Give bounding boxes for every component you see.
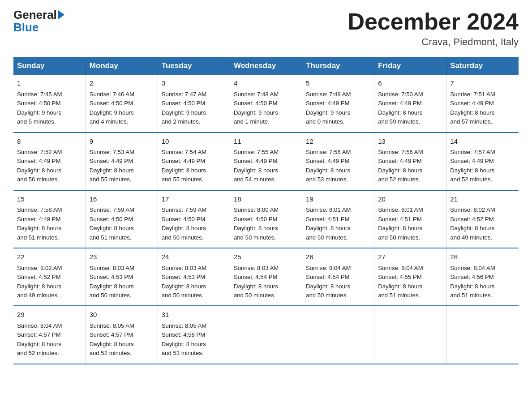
calendar-cell bbox=[446, 306, 519, 364]
calendar-cell: 29 Sunrise: 8:04 AMSunset: 4:57 PMDaylig… bbox=[13, 306, 86, 364]
day-number: 12 bbox=[306, 137, 370, 147]
calendar-cell: 3 Sunrise: 7:47 AMSunset: 4:50 PMDayligh… bbox=[158, 75, 230, 132]
calendar-body: 1 Sunrise: 7:45 AMSunset: 4:50 PMDayligh… bbox=[13, 75, 519, 364]
day-info: Sunrise: 7:47 AMSunset: 4:50 PMDaylight:… bbox=[162, 90, 226, 127]
day-number: 15 bbox=[17, 194, 82, 205]
calendar-cell: 4 Sunrise: 7:48 AMSunset: 4:50 PMDayligh… bbox=[230, 75, 302, 132]
calendar-week-row: 15 Sunrise: 7:58 AMSunset: 4:49 PMDaylig… bbox=[13, 190, 519, 248]
day-info: Sunrise: 7:46 AMSunset: 4:50 PMDaylight:… bbox=[90, 90, 154, 127]
weekday-header-monday: Monday bbox=[86, 57, 158, 75]
day-number: 21 bbox=[450, 194, 515, 205]
day-info: Sunrise: 7:50 AMSunset: 4:49 PMDaylight:… bbox=[378, 90, 442, 127]
calendar-cell: 22 Sunrise: 8:02 AMSunset: 4:52 PMDaylig… bbox=[13, 248, 86, 306]
calendar-week-row: 1 Sunrise: 7:45 AMSunset: 4:50 PMDayligh… bbox=[13, 75, 519, 132]
page-header: General Blue December 2024 Crava, Piedmo… bbox=[13, 9, 519, 48]
calendar-cell: 26 Sunrise: 8:04 AMSunset: 4:54 PMDaylig… bbox=[302, 248, 374, 306]
logo: General Blue bbox=[13, 9, 65, 34]
calendar-cell: 27 Sunrise: 8:04 AMSunset: 4:55 PMDaylig… bbox=[374, 248, 446, 306]
day-number: 5 bbox=[306, 78, 370, 89]
calendar-cell: 1 Sunrise: 7:45 AMSunset: 4:50 PMDayligh… bbox=[13, 75, 86, 132]
day-info: Sunrise: 7:56 AMSunset: 4:49 PMDaylight:… bbox=[378, 148, 442, 184]
calendar-cell: 31 Sunrise: 8:05 AMSunset: 4:58 PMDaylig… bbox=[158, 306, 230, 364]
day-info: Sunrise: 7:48 AMSunset: 4:50 PMDaylight:… bbox=[234, 90, 298, 127]
calendar-cell: 18 Sunrise: 8:00 AMSunset: 4:50 PMDaylig… bbox=[230, 190, 302, 248]
weekday-header-tuesday: Tuesday bbox=[158, 57, 230, 75]
day-info: Sunrise: 7:59 AMSunset: 4:50 PMDaylight:… bbox=[90, 206, 154, 242]
day-info: Sunrise: 7:59 AMSunset: 4:50 PMDaylight:… bbox=[162, 206, 226, 242]
day-number: 6 bbox=[378, 78, 442, 89]
calendar-week-row: 29 Sunrise: 8:04 AMSunset: 4:57 PMDaylig… bbox=[13, 306, 519, 364]
calendar-cell: 19 Sunrise: 8:01 AMSunset: 4:51 PMDaylig… bbox=[302, 190, 374, 248]
day-info: Sunrise: 8:05 AMSunset: 4:58 PMDaylight:… bbox=[162, 321, 226, 358]
day-info: Sunrise: 7:52 AMSunset: 4:49 PMDaylight:… bbox=[17, 148, 82, 184]
calendar-cell: 8 Sunrise: 7:52 AMSunset: 4:49 PMDayligh… bbox=[13, 133, 86, 190]
calendar-cell: 16 Sunrise: 7:59 AMSunset: 4:50 PMDaylig… bbox=[86, 190, 158, 248]
day-number: 29 bbox=[17, 310, 82, 320]
day-number: 30 bbox=[90, 310, 154, 320]
calendar-cell: 28 Sunrise: 8:04 AMSunset: 4:56 PMDaylig… bbox=[446, 248, 519, 306]
day-number: 13 bbox=[378, 137, 442, 147]
day-info: Sunrise: 7:49 AMSunset: 4:49 PMDaylight:… bbox=[306, 90, 370, 127]
day-number: 16 bbox=[90, 194, 154, 205]
weekday-header-friday: Friday bbox=[374, 57, 446, 75]
weekday-header-wednesday: Wednesday bbox=[230, 57, 302, 75]
day-info: Sunrise: 8:01 AMSunset: 4:51 PMDaylight:… bbox=[378, 206, 442, 242]
day-info: Sunrise: 8:01 AMSunset: 4:51 PMDaylight:… bbox=[306, 206, 370, 242]
day-info: Sunrise: 7:56 AMSunset: 4:49 PMDaylight:… bbox=[306, 148, 370, 184]
day-number: 20 bbox=[378, 194, 442, 205]
calendar-cell: 30 Sunrise: 8:05 AMSunset: 4:57 PMDaylig… bbox=[86, 306, 158, 364]
day-number: 22 bbox=[17, 252, 82, 262]
calendar-cell: 24 Sunrise: 8:03 AMSunset: 4:53 PMDaylig… bbox=[158, 248, 230, 306]
calendar-cell: 20 Sunrise: 8:01 AMSunset: 4:51 PMDaylig… bbox=[374, 190, 446, 248]
calendar-cell bbox=[302, 306, 374, 364]
day-info: Sunrise: 8:04 AMSunset: 4:56 PMDaylight:… bbox=[450, 264, 515, 300]
day-info: Sunrise: 7:45 AMSunset: 4:50 PMDaylight:… bbox=[17, 90, 82, 127]
logo-blue-text: Blue bbox=[13, 21, 39, 34]
calendar-cell: 5 Sunrise: 7:49 AMSunset: 4:49 PMDayligh… bbox=[302, 75, 374, 132]
day-info: Sunrise: 8:02 AMSunset: 4:52 PMDaylight:… bbox=[450, 206, 515, 242]
day-number: 1 bbox=[17, 78, 82, 89]
day-info: Sunrise: 8:02 AMSunset: 4:52 PMDaylight:… bbox=[17, 264, 82, 300]
page-title: December 2024 bbox=[348, 9, 519, 34]
calendar-cell: 7 Sunrise: 7:51 AMSunset: 4:49 PMDayligh… bbox=[446, 75, 519, 132]
day-info: Sunrise: 8:03 AMSunset: 4:54 PMDaylight:… bbox=[234, 264, 298, 300]
calendar-cell: 2 Sunrise: 7:46 AMSunset: 4:50 PMDayligh… bbox=[86, 75, 158, 132]
logo-general-text: General bbox=[13, 9, 57, 21]
calendar-cell: 15 Sunrise: 7:58 AMSunset: 4:49 PMDaylig… bbox=[13, 190, 86, 248]
weekday-header-saturday: Saturday bbox=[446, 57, 519, 75]
day-info: Sunrise: 8:05 AMSunset: 4:57 PMDaylight:… bbox=[90, 321, 154, 358]
day-number: 7 bbox=[450, 78, 515, 89]
day-number: 19 bbox=[306, 194, 370, 205]
calendar-cell: 6 Sunrise: 7:50 AMSunset: 4:49 PMDayligh… bbox=[374, 75, 446, 132]
weekday-header-thursday: Thursday bbox=[302, 57, 374, 75]
day-info: Sunrise: 7:55 AMSunset: 4:49 PMDaylight:… bbox=[234, 148, 298, 184]
logo-triangle-icon bbox=[58, 10, 64, 19]
calendar-week-row: 8 Sunrise: 7:52 AMSunset: 4:49 PMDayligh… bbox=[13, 133, 519, 190]
weekday-header-row: SundayMondayTuesdayWednesdayThursdayFrid… bbox=[13, 57, 519, 75]
day-info: Sunrise: 8:04 AMSunset: 4:55 PMDaylight:… bbox=[378, 264, 442, 300]
calendar-cell: 23 Sunrise: 8:03 AMSunset: 4:53 PMDaylig… bbox=[86, 248, 158, 306]
day-number: 25 bbox=[234, 252, 298, 262]
title-block: December 2024 Crava, Piedmont, Italy bbox=[348, 9, 519, 48]
day-info: Sunrise: 7:51 AMSunset: 4:49 PMDaylight:… bbox=[450, 90, 515, 127]
day-info: Sunrise: 8:00 AMSunset: 4:50 PMDaylight:… bbox=[234, 206, 298, 242]
day-number: 23 bbox=[90, 252, 154, 262]
calendar-cell: 13 Sunrise: 7:56 AMSunset: 4:49 PMDaylig… bbox=[374, 133, 446, 190]
day-info: Sunrise: 8:04 AMSunset: 4:54 PMDaylight:… bbox=[306, 264, 370, 300]
weekday-header-sunday: Sunday bbox=[13, 57, 86, 75]
day-number: 27 bbox=[378, 252, 442, 262]
day-info: Sunrise: 7:57 AMSunset: 4:49 PMDaylight:… bbox=[450, 148, 515, 184]
calendar-cell: 17 Sunrise: 7:59 AMSunset: 4:50 PMDaylig… bbox=[158, 190, 230, 248]
calendar-table: SundayMondayTuesdayWednesdayThursdayFrid… bbox=[13, 57, 519, 364]
day-info: Sunrise: 7:54 AMSunset: 4:49 PMDaylight:… bbox=[162, 148, 226, 184]
day-number: 4 bbox=[234, 78, 298, 89]
day-number: 8 bbox=[17, 137, 82, 147]
calendar-cell: 25 Sunrise: 8:03 AMSunset: 4:54 PMDaylig… bbox=[230, 248, 302, 306]
day-number: 10 bbox=[162, 137, 226, 147]
day-number: 28 bbox=[450, 252, 515, 262]
calendar-week-row: 22 Sunrise: 8:02 AMSunset: 4:52 PMDaylig… bbox=[13, 248, 519, 306]
calendar-cell: 9 Sunrise: 7:53 AMSunset: 4:49 PMDayligh… bbox=[86, 133, 158, 190]
location-subtitle: Crava, Piedmont, Italy bbox=[348, 36, 519, 48]
day-number: 14 bbox=[450, 137, 515, 147]
calendar-header: SundayMondayTuesdayWednesdayThursdayFrid… bbox=[13, 57, 519, 75]
